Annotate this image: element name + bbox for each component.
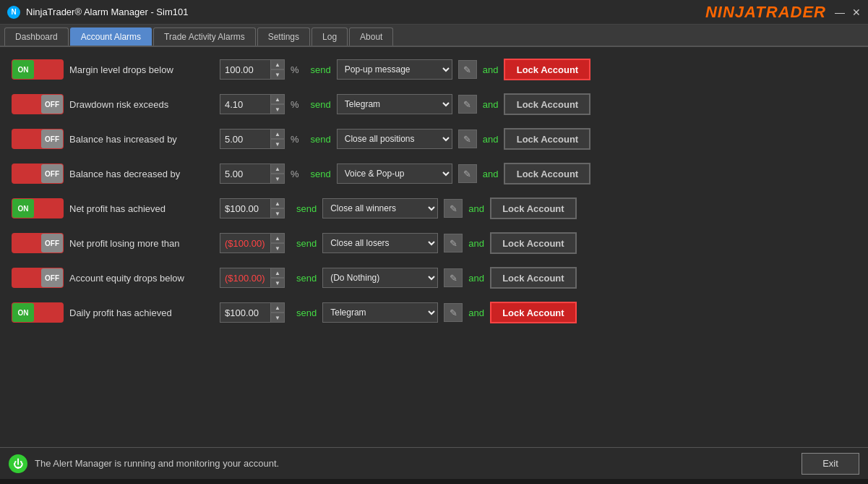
action-select-wrap-account-equity: Pop-up messageTelegramClose all position… (322, 268, 438, 288)
tab-dashboard[interactable]: Dashboard (4, 27, 69, 46)
alarm-row-net-profit-losing: OFFNet profit losing more than▲▼sendPop-… (12, 229, 856, 257)
toggle-net-profit-losing[interactable]: OFF (12, 233, 64, 253)
send-label-net-profit-losing: send (296, 238, 317, 249)
action-select-net-profit-achieved[interactable]: Pop-up messageTelegramClose all position… (322, 198, 438, 218)
spin-down-net-profit-losing[interactable]: ▼ (270, 243, 285, 253)
action-select-drawdown-risk[interactable]: Pop-up messageTelegramClose all position… (337, 94, 452, 114)
spin-up-net-profit-losing[interactable]: ▲ (270, 233, 285, 243)
title-bar-left: N NinjaTrader® Alarm Manager - Sim101 (7, 6, 188, 19)
action-select-wrap-balance-increased: Pop-up messageTelegramClose all position… (337, 129, 452, 149)
tab-account-alarms[interactable]: Account Alarms (70, 27, 152, 46)
spin-down-drawdown-risk[interactable]: ▼ (270, 104, 285, 114)
spin-up-balance-increased[interactable]: ▲ (270, 129, 285, 139)
tab-bar: DashboardAccount AlarmsTrade Activity Al… (0, 25, 868, 47)
value-wrap-balance-increased: ▲▼ (220, 129, 285, 149)
spin-up-balance-decreased[interactable]: ▲ (270, 164, 285, 174)
title-bar-right: NINJATRADER — ✕ (705, 3, 861, 22)
status-left: ⏻ The Alert Manager is running and monit… (9, 454, 279, 473)
spin-down-net-profit-achieved[interactable]: ▼ (270, 208, 285, 218)
action-select-wrap-margin-level: Pop-up messageTelegramClose all position… (337, 59, 452, 80)
alarm-label-margin-level: Margin level drops below (69, 64, 214, 75)
edit-icon-account-equity[interactable]: ✎ (444, 268, 463, 287)
unit-drawdown-risk: % (291, 99, 299, 110)
send-label-account-equity: send (296, 273, 317, 284)
close-button[interactable]: ✕ (852, 7, 861, 18)
toggle-balance-decreased[interactable]: OFF (12, 164, 64, 184)
toggle-margin-level[interactable]: ON (12, 59, 64, 80)
spin-up-account-equity[interactable]: ▲ (270, 268, 285, 278)
spin-down-margin-level[interactable]: ▼ (270, 69, 285, 80)
value-wrap-net-profit-achieved: ▲▼ (220, 198, 285, 218)
send-label-balance-increased: send (311, 134, 331, 145)
toggle-daily-profit[interactable]: ON (12, 302, 64, 323)
action-select-net-profit-losing[interactable]: Pop-up messageTelegramClose all position… (322, 233, 438, 253)
window-controls: — ✕ (835, 7, 861, 18)
lock-button-net-profit-achieved[interactable]: Lock Account (490, 198, 577, 219)
and-label-daily-profit: and (468, 307, 484, 318)
edit-icon-balance-increased[interactable]: ✎ (458, 130, 477, 148)
alarm-label-balance-decreased: Balance has decreased by (69, 169, 214, 179)
edit-icon-daily-profit[interactable]: ✎ (444, 303, 463, 322)
alarm-label-drawdown-risk: Drawdown risk exceeds (69, 99, 214, 110)
and-label-balance-decreased: and (483, 169, 499, 179)
main-content: ONMargin level drops below▲▼%sendPop-up … (0, 47, 868, 447)
spin-up-net-profit-achieved[interactable]: ▲ (270, 198, 285, 208)
alarm-label-account-equity: Account equity drops below (69, 273, 214, 284)
lock-button-daily-profit[interactable]: Lock Account (490, 302, 577, 323)
toggle-account-equity[interactable]: OFF (12, 268, 64, 288)
action-select-wrap-balance-decreased: Pop-up messageTelegramClose all position… (337, 164, 452, 184)
lock-button-balance-increased[interactable]: Lock Account (504, 128, 590, 150)
and-label-balance-increased: and (483, 134, 499, 145)
value-wrap-drawdown-risk: ▲▼ (220, 94, 285, 114)
edit-icon-net-profit-losing[interactable]: ✎ (444, 234, 463, 252)
value-wrap-margin-level: ▲▼ (220, 59, 285, 80)
toggle-net-profit-achieved[interactable]: ON (12, 198, 64, 218)
action-select-wrap-net-profit-losing: Pop-up messageTelegramClose all position… (322, 233, 438, 253)
spin-down-account-equity[interactable]: ▼ (270, 278, 285, 288)
tab-log[interactable]: Log (311, 27, 348, 46)
spin-up-margin-level[interactable]: ▲ (270, 59, 285, 69)
title-bar: N NinjaTrader® Alarm Manager - Sim101 NI… (0, 0, 868, 25)
spin-up-daily-profit[interactable]: ▲ (270, 302, 285, 313)
alarm-row-drawdown-risk: OFFDrawdown risk exceeds▲▼%sendPop-up me… (12, 90, 856, 118)
action-select-balance-increased[interactable]: Pop-up messageTelegramClose all position… (337, 129, 452, 149)
toggle-drawdown-risk[interactable]: OFF (12, 94, 64, 114)
alarm-row-daily-profit: ONDaily profit has achieved▲▼sendPop-up … (12, 299, 856, 326)
minimize-button[interactable]: — (835, 7, 845, 18)
and-label-drawdown-risk: and (483, 99, 499, 110)
and-label-net-profit-losing: and (468, 238, 484, 249)
alarm-row-margin-level: ONMargin level drops below▲▼%sendPop-up … (12, 56, 856, 83)
edit-icon-balance-decreased[interactable]: ✎ (458, 164, 477, 183)
and-label-margin-level: and (483, 64, 499, 75)
lock-button-margin-level[interactable]: Lock Account (504, 59, 590, 80)
alarm-row-net-profit-achieved: ONNet profit has achieved▲▼sendPop-up me… (12, 195, 856, 222)
spin-down-balance-decreased[interactable]: ▼ (270, 174, 285, 184)
exit-button[interactable]: Exit (802, 453, 859, 475)
edit-icon-net-profit-achieved[interactable]: ✎ (444, 199, 463, 218)
alarm-row-account-equity: OFFAccount equity drops below▲▼sendPop-u… (12, 264, 856, 292)
status-text: The Alert Manager is running and monitor… (35, 458, 279, 469)
lock-button-drawdown-risk[interactable]: Lock Account (504, 93, 590, 115)
tab-about[interactable]: About (349, 27, 393, 46)
action-select-wrap-drawdown-risk: Pop-up messageTelegramClose all position… (337, 94, 452, 114)
tab-settings[interactable]: Settings (257, 27, 310, 46)
lock-button-balance-decreased[interactable]: Lock Account (504, 163, 590, 184)
spin-down-balance-increased[interactable]: ▼ (270, 139, 285, 149)
value-wrap-daily-profit: ▲▼ (220, 302, 285, 323)
lock-button-account-equity[interactable]: Lock Account (490, 267, 577, 289)
spin-up-drawdown-risk[interactable]: ▲ (270, 94, 285, 104)
status-running-icon: ⏻ (9, 454, 27, 473)
edit-icon-margin-level[interactable]: ✎ (458, 60, 477, 79)
lock-button-net-profit-losing[interactable]: Lock Account (490, 232, 577, 254)
action-select-margin-level[interactable]: Pop-up messageTelegramClose all position… (337, 59, 452, 80)
action-select-account-equity[interactable]: Pop-up messageTelegramClose all position… (322, 268, 438, 288)
alarm-row-balance-increased: OFFBalance has increased by▲▼%sendPop-up… (12, 125, 856, 153)
tab-trade-activity[interactable]: Trade Activity Alarms (153, 27, 256, 46)
spin-down-daily-profit[interactable]: ▼ (270, 313, 285, 323)
action-select-balance-decreased[interactable]: Pop-up messageTelegramClose all position… (337, 164, 452, 184)
edit-icon-drawdown-risk[interactable]: ✎ (458, 95, 477, 114)
action-select-daily-profit[interactable]: Pop-up messageTelegramClose all position… (322, 302, 438, 323)
brand-logo: NINJATRADER (705, 3, 826, 22)
send-label-margin-level: send (311, 64, 331, 75)
toggle-balance-increased[interactable]: OFF (12, 129, 64, 149)
